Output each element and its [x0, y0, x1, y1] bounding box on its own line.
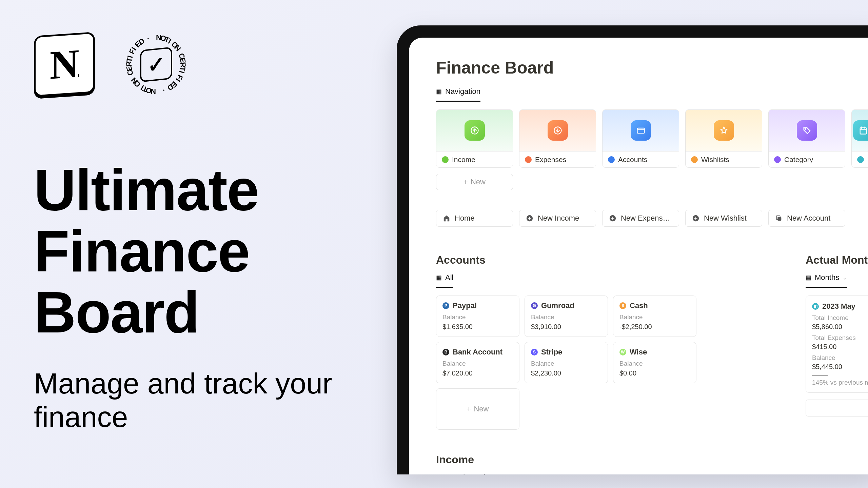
tab-months[interactable]: ▦ Months ⌄ — [806, 273, 847, 288]
arrow-up-circle-icon — [465, 120, 485, 141]
balance-label: Balance — [619, 360, 690, 367]
new-wishlist-button[interactable]: New Wishlist — [685, 210, 762, 227]
new-income-button[interactable]: New Income — [519, 210, 596, 227]
account-icon: G — [531, 302, 538, 309]
month-card[interactable]: ◧ 2023 May Total Income$5,860.00Total Ex… — [806, 296, 868, 393]
action-button-row: HomeNew IncomeNew Expens…New WishlistNew… — [436, 210, 868, 227]
plus-circle-icon — [692, 214, 700, 222]
balance-value: $1,635.00 — [442, 323, 513, 331]
page-title: Finance Board — [436, 58, 868, 78]
account-card-stripe[interactable]: S Stripe Balance $2,230.00 — [525, 342, 608, 383]
accounts-grid: P Paypal Balance $1,635.00 G Gumroad Bal… — [436, 296, 782, 430]
certified-badge: ✓ NOTION CERTIFIED · NOTION CERTIFIED · — [122, 30, 190, 98]
month-row-label: Balance — [812, 354, 868, 362]
status-dot — [691, 156, 698, 163]
income-tab-actual-month[interactable]: ◉Actual Month — [436, 473, 488, 474]
new-account-card-button[interactable]: +New — [436, 388, 519, 430]
balance-label: Balance — [531, 360, 601, 367]
nav-card-row: Income Expenses Accounts Wishlists — [436, 109, 868, 168]
nav-card-wishlists[interactable]: Wishlists — [685, 109, 762, 168]
month-row-value: $5,445.00 — [812, 363, 868, 371]
new-label: New — [471, 178, 486, 186]
balance-label: Balance — [531, 313, 601, 321]
account-card-paypal[interactable]: P Paypal Balance $1,635.00 — [436, 296, 519, 337]
nav-card-label: Wishlists — [701, 156, 729, 164]
account-name: Paypal — [453, 301, 477, 310]
account-card-wise[interactable]: W Wise Balance $0.00 — [613, 342, 696, 383]
action-label: New Expens… — [621, 214, 670, 223]
new-nav-card-button[interactable]: + New — [436, 174, 513, 190]
tab-label: 2023 April — [505, 473, 538, 475]
month-title: Actual Month — [806, 254, 868, 266]
credit-card-icon — [631, 120, 651, 141]
calendar-icon: ◧ — [812, 303, 819, 310]
grid-icon: ▦ — [436, 274, 442, 281]
month-row-label: Total Expenses — [812, 334, 868, 342]
star-icon — [714, 120, 734, 141]
nav-card-label: Expenses — [535, 156, 566, 164]
status-dot — [608, 156, 615, 163]
plus-circle-icon — [609, 214, 617, 222]
nav-card-expenses[interactable]: Expenses — [519, 109, 596, 168]
promo-panel: N ✓ NOTION CERTIFIED · NOTION CERTIFIED … — [34, 30, 339, 434]
arrow-down-circle-icon — [548, 120, 568, 141]
account-icon: S — [531, 349, 538, 355]
income-title: Income — [436, 453, 868, 466]
status-dot — [774, 156, 781, 163]
svg-point-3 — [805, 128, 806, 130]
account-name: Bank Account — [453, 348, 502, 357]
balance-value: $2,230.00 — [531, 369, 601, 377]
new-month-button[interactable]: + Ne — [806, 400, 868, 416]
action-label: New Income — [538, 214, 579, 223]
account-icon: W — [619, 349, 626, 355]
account-icon: P — [442, 302, 449, 309]
tab-label: 2023 March — [555, 473, 594, 475]
tab-label: Months — [815, 273, 839, 282]
nav-card-mo[interactable]: Mo — [851, 109, 868, 168]
promo-subtitle: Manage and track your finance — [34, 367, 339, 434]
account-name: Wise — [630, 348, 647, 357]
account-card-gumroad[interactable]: G Gumroad Balance $3,910.00 — [525, 296, 608, 337]
balance-label: Balance — [442, 313, 513, 321]
copy-icon — [775, 214, 783, 222]
account-card-bank-account[interactable]: B Bank Account Balance $7,020.00 — [436, 342, 519, 383]
account-icon: B — [442, 349, 449, 355]
month-row-label: Total Income — [812, 314, 868, 322]
notion-logo: N — [34, 32, 95, 97]
nav-card-income[interactable]: Income — [436, 109, 513, 168]
income-tab-2023-february[interactable]: ◉2023 February — [603, 473, 659, 474]
status-dot — [442, 156, 449, 163]
income-tab-2023-april[interactable]: ◉2023 April — [496, 473, 538, 474]
svg-rect-4 — [860, 128, 867, 134]
balance-value: $7,020.00 — [442, 369, 513, 377]
new-expens--button[interactable]: New Expens… — [602, 210, 679, 227]
new-account-button[interactable]: New Account — [768, 210, 845, 227]
nav-card-label: Category — [784, 156, 813, 164]
action-label: New Account — [787, 214, 830, 223]
account-card-cash[interactable]: $ Cash Balance -$2,250.00 — [613, 296, 696, 337]
nav-card-category[interactable]: Category — [768, 109, 845, 168]
tag-icon — [797, 120, 817, 141]
tablet-frame: Finance Board ▦ Navigation Income Expens… — [397, 25, 868, 474]
account-icon: $ — [619, 302, 626, 309]
chevron-down-icon: ⌄ — [843, 274, 847, 281]
tab-all-accounts[interactable]: ▦ All — [436, 273, 453, 288]
app-screen: Finance Board ▦ Navigation Income Expens… — [409, 38, 868, 474]
balance-label: Balance — [619, 313, 690, 321]
svg-rect-2 — [637, 128, 644, 133]
home-icon — [442, 214, 451, 222]
promo-title: Ultimate Finance Board — [34, 159, 339, 343]
home-button[interactable]: Home — [436, 210, 513, 227]
nav-card-label: Accounts — [618, 156, 647, 164]
tab-navigation[interactable]: ▦ Navigation — [436, 87, 480, 102]
income-tab-2023-march[interactable]: ◉2023 March — [547, 473, 594, 474]
nav-card-accounts[interactable]: Accounts — [602, 109, 679, 168]
accounts-title: Accounts — [436, 254, 782, 266]
plus-icon: + — [463, 178, 468, 186]
nav-card-label: Income — [452, 156, 475, 164]
plus-circle-icon — [526, 214, 534, 222]
new-label: New — [474, 405, 489, 413]
grid-icon: ▦ — [806, 274, 811, 281]
income-tabs: ◉Actual Month◉2023 April◉2023 March◉2023… — [436, 473, 868, 474]
account-name: Stripe — [541, 348, 562, 357]
